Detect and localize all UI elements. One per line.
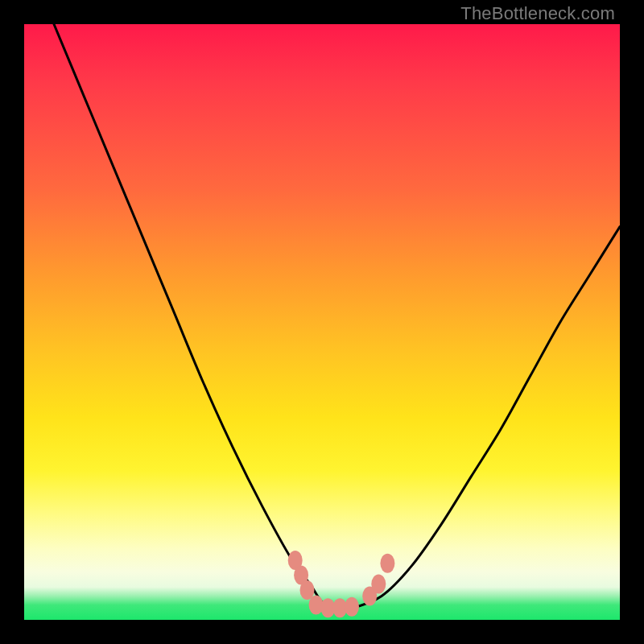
- valley-marker-3: [332, 598, 347, 617]
- bottleneck-curve: [54, 24, 620, 609]
- valley-marker-4: [345, 597, 359, 617]
- left-shoulder-marker-2: [294, 566, 308, 585]
- valley-marker-1: [309, 596, 324, 615]
- right-shoulder-marker-2: [371, 575, 386, 594]
- left-shoulder-marker-3: [300, 580, 315, 600]
- chart-stage: TheBottleneck.com: [0, 0, 644, 644]
- curve-markers: [288, 551, 395, 617]
- right-shoulder-marker-3: [380, 554, 394, 573]
- curve-layer: [24, 24, 620, 620]
- left-shoulder-marker-1: [288, 551, 303, 570]
- valley-marker-2: [320, 598, 335, 617]
- plot-area: [24, 24, 620, 620]
- right-shoulder-marker-1: [362, 586, 377, 605]
- watermark-text: TheBottleneck.com: [460, 3, 615, 24]
